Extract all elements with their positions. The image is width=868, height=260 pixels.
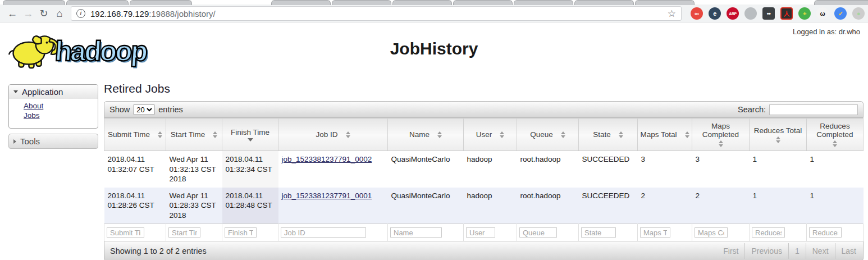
filter-queue-input[interactable] bbox=[519, 227, 557, 238]
e-extension-icon[interactable]: e bbox=[709, 7, 721, 20]
address-bar[interactable]: i 192.168.79.129:19888/jobhistory/ ☆ bbox=[71, 6, 682, 21]
cell-reduces-completed: 1 bbox=[807, 188, 864, 224]
column-header-maps-completed[interactable]: Maps Completed bbox=[692, 118, 750, 151]
column-header-maps-total[interactable]: Maps Total bbox=[638, 118, 692, 151]
column-header-reduces-completed[interactable]: Reduces Completed bbox=[807, 118, 864, 151]
browser-tab[interactable] bbox=[514, 0, 573, 5]
sort-icon bbox=[213, 131, 217, 138]
sort-icon bbox=[158, 131, 162, 138]
filter-maps-total-input[interactable] bbox=[640, 227, 670, 238]
page-button-previous[interactable]: Previous bbox=[744, 243, 788, 259]
job-link[interactable]: job_1523381237791_0002 bbox=[282, 155, 372, 163]
cell-reduces-total: 1 bbox=[750, 151, 807, 188]
browser-tab[interactable] bbox=[3, 0, 65, 5]
url-text: 192.168.79.129:19888/jobhistory/ bbox=[90, 9, 216, 19]
sort-icon bbox=[719, 140, 723, 147]
column-label: Maps Completed bbox=[695, 122, 747, 139]
cell-maps-completed: 2 bbox=[692, 188, 750, 224]
cell-state: SUCCEEDED bbox=[579, 188, 638, 224]
browser-tab[interactable] bbox=[392, 0, 452, 5]
filter-cell bbox=[388, 224, 464, 241]
masthead: hadoop JobHistory bbox=[0, 22, 868, 80]
column-label: Job ID bbox=[316, 130, 337, 139]
filter-job-id-input[interactable] bbox=[281, 227, 366, 238]
filter-cell bbox=[166, 224, 222, 241]
sort-icon bbox=[561, 131, 565, 138]
column-header-reduces-total[interactable]: Reduces Total bbox=[750, 118, 807, 151]
column-label: Maps Total bbox=[640, 130, 677, 139]
filter-submit-time-input[interactable] bbox=[107, 227, 144, 238]
cell-reduces-completed: 1 bbox=[807, 151, 864, 188]
chevron-down-icon bbox=[13, 90, 18, 93]
page-size-select[interactable]: 20 bbox=[134, 104, 154, 115]
content: Application About Jobs Tools Retired Job… bbox=[0, 80, 868, 260]
home-icon[interactable]: ⌂ bbox=[52, 8, 67, 20]
page-button-last[interactable]: Last bbox=[835, 243, 862, 259]
refresh-icon[interactable]: ↻ bbox=[36, 7, 52, 20]
page-button-first[interactable]: First bbox=[717, 243, 744, 259]
filter-state-input[interactable] bbox=[581, 227, 616, 238]
filter-user-input[interactable] bbox=[466, 227, 495, 238]
browser-tab[interactable] bbox=[453, 0, 513, 5]
page-button-1[interactable]: 1 bbox=[788, 243, 806, 259]
cat-extension-icon[interactable]: ω bbox=[816, 7, 829, 20]
cell-maps-completed: 3 bbox=[692, 151, 750, 188]
sort-icon bbox=[346, 131, 350, 138]
browser-tab[interactable] bbox=[814, 0, 868, 5]
column-label: User bbox=[476, 130, 492, 139]
forward-icon[interactable]: → bbox=[20, 8, 36, 20]
green-plus-extension-icon[interactable]: + bbox=[798, 7, 811, 20]
page-info-icon[interactable]: i bbox=[76, 9, 85, 18]
browser-tab[interactable] bbox=[332, 0, 391, 5]
job-link[interactable]: job_1523381237791_0001 bbox=[282, 191, 372, 200]
sidebar-item-jobs[interactable]: Jobs bbox=[24, 111, 98, 120]
browser-tab[interactable] bbox=[635, 0, 695, 5]
filter-reduces-total-input[interactable] bbox=[752, 227, 785, 238]
filter-maps-completed-input[interactable] bbox=[695, 227, 728, 238]
column-label: Submit Time bbox=[108, 130, 150, 139]
gray-dot-extension-icon[interactable]: ● bbox=[852, 7, 865, 20]
column-header-finish-time[interactable]: Finish Time bbox=[222, 118, 278, 151]
cell-submit-time: 2018.04.11 01:32:07 CST bbox=[104, 151, 166, 188]
browser-tab[interactable] bbox=[130, 0, 192, 5]
blue-check-extension-icon[interactable]: ✓ bbox=[834, 7, 847, 20]
column-header-job-id[interactable]: Job ID bbox=[278, 118, 388, 151]
filter-start-time-input[interactable] bbox=[168, 227, 200, 238]
page-button-next[interactable]: Next bbox=[806, 243, 835, 259]
cell-start-time: Wed Apr 11 01:32:13 CST 2018 bbox=[166, 151, 222, 188]
adblock-plus-extension-icon[interactable]: ABP bbox=[727, 7, 739, 20]
cell-finish-time: 2018.04.11 01:28:48 CST bbox=[222, 188, 278, 224]
retired-jobs-heading: Retired Jobs bbox=[104, 82, 864, 95]
cell-job-id: job_1523381237791_0002 bbox=[278, 151, 388, 188]
column-label: Queue bbox=[530, 130, 553, 139]
filter-finish-time-input[interactable] bbox=[225, 227, 257, 238]
browser-tab[interactable] bbox=[66, 0, 129, 5]
column-header-submit-time[interactable]: Submit Time bbox=[104, 118, 166, 151]
column-header-queue[interactable]: Queue bbox=[517, 118, 579, 151]
page-title: JobHistory bbox=[0, 39, 868, 58]
column-header-start-time[interactable]: Start Time bbox=[166, 118, 222, 151]
filter-reduces-completed-input[interactable] bbox=[809, 227, 842, 238]
sphere-extension-icon[interactable] bbox=[744, 7, 757, 20]
column-header-user[interactable]: User bbox=[464, 118, 517, 151]
browser-tab[interactable] bbox=[574, 0, 634, 5]
acrobat-extension-icon[interactable]: 人 bbox=[780, 7, 793, 20]
sidebar-item-about[interactable]: About bbox=[24, 101, 98, 111]
back-icon[interactable]: ← bbox=[4, 8, 20, 20]
tools-section-header[interactable]: Tools bbox=[8, 134, 98, 149]
column-header-state[interactable]: State bbox=[579, 118, 638, 151]
filter-cell bbox=[222, 224, 278, 241]
browser-tab[interactable] bbox=[271, 0, 331, 5]
sort-icon bbox=[776, 136, 780, 143]
show-label: Show bbox=[109, 105, 130, 114]
two-dots-extension-icon[interactable]: •• bbox=[762, 7, 775, 20]
application-section-header[interactable]: Application bbox=[9, 85, 98, 99]
infinity-extension-icon[interactable]: ∞ bbox=[691, 7, 703, 20]
filter-name-input[interactable] bbox=[390, 227, 442, 238]
bookmark-star-icon[interactable]: ☆ bbox=[668, 8, 676, 20]
search-input[interactable] bbox=[769, 104, 858, 115]
cell-job-id: job_1523381237791_0001 bbox=[278, 188, 388, 224]
column-header-name[interactable]: Name bbox=[388, 118, 464, 151]
cell-start-time: Wed Apr 11 01:28:33 CST 2018 bbox=[166, 188, 222, 224]
filter-cell bbox=[692, 224, 750, 241]
